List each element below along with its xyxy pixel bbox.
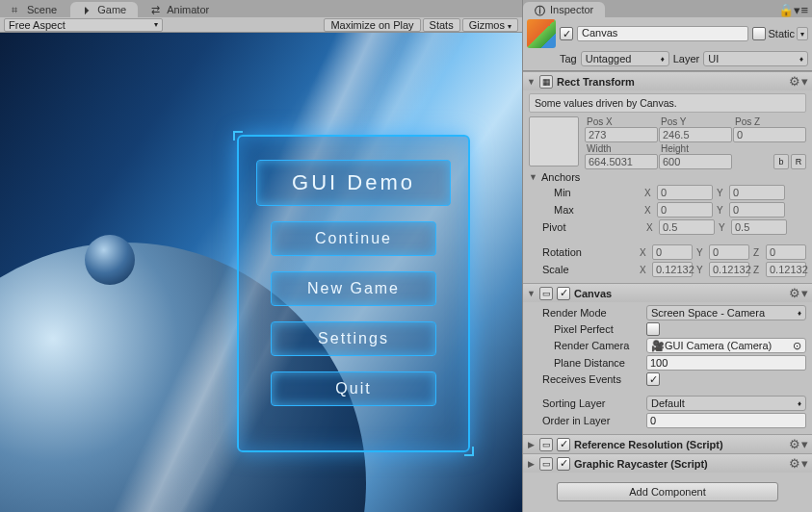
canvas-component: ▼ ▭ ✓ Canvas ⚙ ▾ Render Mode Screen Spac…: [523, 283, 812, 434]
pixel-perfect-checkbox[interactable]: [646, 322, 660, 336]
panel-menu[interactable]: 🔒▾≡: [778, 3, 808, 17]
camera-icon: 🎥: [651, 340, 665, 351]
planet-small: [85, 235, 135, 285]
enable-checkbox[interactable]: ✓: [557, 438, 570, 451]
raw-edit-button[interactable]: R: [791, 154, 806, 169]
order-in-layer-input[interactable]: 0: [646, 413, 806, 428]
settings-button[interactable]: Settings: [271, 321, 436, 356]
gear-icon[interactable]: ⚙ ▾: [789, 74, 808, 89]
canvas-icon: ▭: [539, 287, 553, 300]
graphic-raycaster-component: ▶ ▭ ✓ Graphic Raycaster (Script) ⚙ ▾: [523, 453, 812, 473]
rotation-x-input[interactable]: 0: [652, 244, 693, 260]
y-label: Y: [717, 188, 726, 198]
render-camera-value: 🎥GUI Camera (Camera): [651, 340, 772, 352]
gear-icon[interactable]: ⚙ ▾: [789, 456, 808, 471]
component-header[interactable]: ▶ ▭ ✓ Reference Resolution (Script) ⚙ ▾: [523, 435, 812, 453]
static-dropdown[interactable]: ▾: [797, 27, 808, 40]
sorting-layer-dropdown[interactable]: Default♦: [646, 396, 806, 411]
layer-dropdown[interactable]: UI♦: [703, 51, 808, 66]
enable-checkbox[interactable]: ✓: [557, 287, 570, 300]
blueprint-button[interactable]: b: [773, 154, 789, 169]
scale-z-input[interactable]: 0.12132: [766, 262, 806, 277]
render-mode-dropdown[interactable]: Screen Space - Camera♦: [646, 305, 806, 320]
anchor-min-y-input[interactable]: 0: [729, 185, 785, 200]
pivot-y-input[interactable]: 0.5: [731, 219, 787, 235]
game-panel: ⌗ Scene ⏵ Game ⇄ Animator Free Aspect ▾ …: [0, 0, 523, 512]
y-label: Y: [719, 222, 728, 233]
active-checkbox[interactable]: ✓: [560, 27, 573, 40]
gameobject-icon[interactable]: [527, 19, 556, 48]
gizmos-button[interactable]: Gizmos ▾: [462, 18, 518, 32]
z-label: Z: [753, 265, 763, 275]
component-title: Rect Transform: [557, 76, 785, 88]
scale-x-input[interactable]: 0.12132: [652, 262, 693, 277]
anchor-max-x-input[interactable]: 0: [657, 202, 713, 218]
animator-icon: ⇄: [151, 4, 163, 15]
posy-input[interactable]: 246.5: [659, 127, 732, 142]
y-label: Y: [696, 247, 706, 258]
anchor-max-y-input[interactable]: 0: [729, 202, 785, 218]
expand-icon[interactable]: ▶: [527, 440, 536, 449]
pivot-x-input[interactable]: 0.5: [659, 219, 715, 235]
tag-label: Tag: [560, 53, 577, 64]
height-label: Height: [659, 143, 732, 154]
sorting-layer-label: Sorting Layer: [542, 397, 642, 409]
stats-button[interactable]: Stats: [423, 18, 460, 32]
anchor-min-x-input[interactable]: 0: [657, 185, 713, 200]
panel-menu-icon[interactable]: ▾≡: [794, 3, 808, 17]
tag-dropdown[interactable]: Untagged♦: [581, 51, 669, 66]
static-checkbox[interactable]: [752, 27, 766, 40]
plane-distance-label: Plane Distance: [554, 357, 642, 369]
game-icon: ⏵: [82, 4, 93, 15]
chevron-down-icon: ▾: [508, 22, 511, 31]
chevron-updown-icon: ♦: [798, 399, 801, 408]
enable-checkbox[interactable]: ✓: [557, 457, 570, 471]
component-header[interactable]: ▼ ▦ Rect Transform ⚙ ▾: [523, 72, 812, 90]
rotation-z-input[interactable]: 0: [766, 244, 806, 260]
expand-icon[interactable]: ▶: [527, 459, 536, 469]
continue-button[interactable]: Continue: [271, 221, 436, 256]
scene-icon: ⌗: [12, 4, 23, 15]
component-header[interactable]: ▼ ▭ ✓ Canvas ⚙ ▾: [523, 284, 812, 302]
static-toggle[interactable]: Static ▾: [752, 27, 808, 40]
anchor-preset-button[interactable]: [529, 116, 579, 166]
object-name-input[interactable]: Canvas: [577, 26, 748, 41]
component-header[interactable]: ▶ ▭ ✓ Graphic Raycaster (Script) ⚙ ▾: [523, 454, 812, 473]
expand-icon[interactable]: ▼: [529, 172, 537, 182]
height-input[interactable]: 600: [659, 154, 732, 169]
maximize-on-play-button[interactable]: Maximize on Play: [324, 18, 420, 32]
scale-y-input[interactable]: 0.12132: [709, 262, 749, 277]
new-game-button[interactable]: New Game: [271, 271, 436, 306]
lock-icon[interactable]: 🔒: [778, 3, 794, 17]
tab-scene[interactable]: ⌗ Scene: [0, 2, 68, 17]
posx-input[interactable]: 273: [585, 127, 658, 142]
z-label: Z: [753, 247, 763, 258]
expand-icon[interactable]: ▼: [527, 289, 536, 298]
aspect-dropdown[interactable]: Free Aspect ▾: [4, 18, 163, 32]
rotation-y-input[interactable]: 0: [709, 244, 749, 260]
tab-game[interactable]: ⏵ Game: [70, 2, 138, 17]
x-label: X: [644, 188, 654, 198]
posy-label: Pos Y: [659, 116, 732, 127]
width-input[interactable]: 664.5031: [585, 154, 658, 169]
render-camera-field[interactable]: 🎥GUI Camera (Camera)⊙: [646, 338, 806, 353]
layer-value: UI: [708, 53, 719, 64]
plane-distance-input[interactable]: 100: [646, 355, 806, 371]
add-component-button[interactable]: Add Component: [557, 482, 778, 501]
min-label: Min: [554, 187, 641, 198]
expand-icon[interactable]: ▼: [527, 77, 536, 87]
tab-inspector[interactable]: ⓘ Inspector: [523, 2, 605, 17]
x-label: X: [644, 205, 654, 216]
quit-button[interactable]: Quit: [271, 371, 436, 406]
scale-label: Scale: [542, 264, 636, 275]
object-picker-icon[interactable]: ⊙: [793, 340, 801, 352]
posz-input[interactable]: 0: [733, 127, 806, 142]
gear-icon[interactable]: ⚙ ▾: [789, 437, 808, 451]
receives-events-checkbox[interactable]: ✓: [646, 372, 660, 386]
left-tabs: ⌗ Scene ⏵ Game ⇄ Animator: [0, 0, 522, 17]
gear-icon[interactable]: ⚙ ▾: [789, 286, 808, 300]
tab-animator[interactable]: ⇄ Animator: [140, 2, 221, 17]
inspector-icon: ⓘ: [535, 4, 546, 15]
tab-label: Scene: [27, 4, 57, 15]
aspect-value: Free Aspect: [9, 19, 65, 31]
